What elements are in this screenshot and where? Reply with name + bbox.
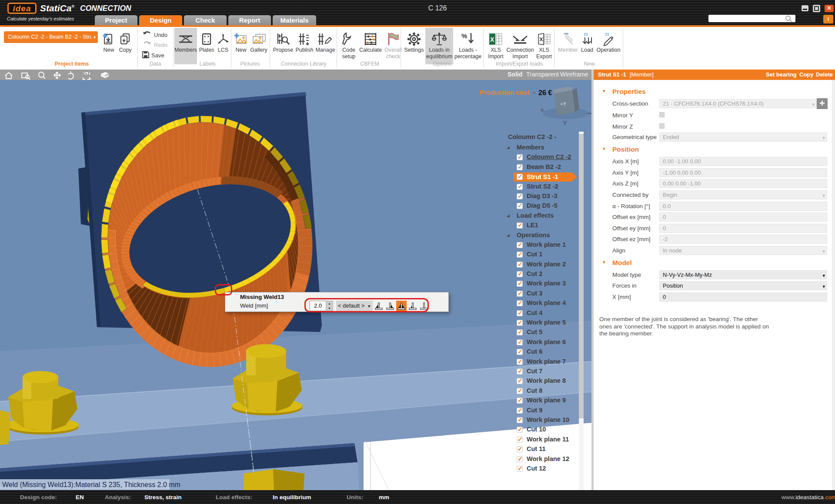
svg-text:%: % (461, 32, 467, 40)
svg-text:Weld (Missing Weld13):Material: Weld (Missing Weld13):Material S 235, Th… (2, 481, 180, 488)
svg-text:Production cost: Production cost (480, 89, 529, 96)
svg-text:-: - (533, 89, 535, 96)
svg-text:X: X (539, 36, 543, 43)
svg-text:+Y: +Y (560, 101, 566, 106)
svg-text:Y: Y (563, 119, 567, 126)
svg-text:26 €: 26 € (538, 89, 552, 96)
svg-text:X: X (490, 36, 494, 43)
svg-text:x: x (541, 106, 544, 113)
